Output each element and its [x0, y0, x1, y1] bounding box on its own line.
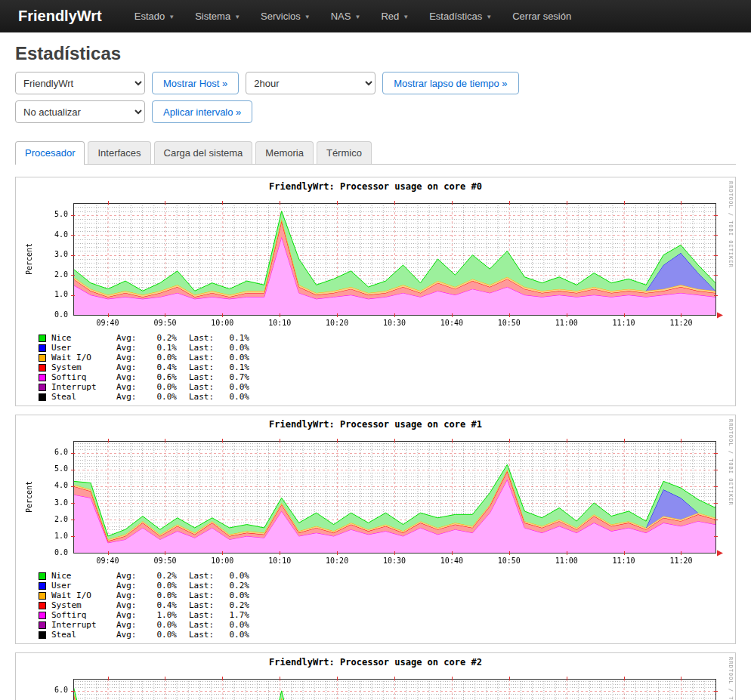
last-label: Last:: [189, 353, 219, 362]
last-label: Last:: [189, 343, 219, 353]
series-name: Nice: [51, 571, 116, 581]
rrdtool-watermark: RRDTOOL / TOBI OETIKER: [728, 657, 734, 700]
last-value: 1.7%: [219, 610, 249, 620]
avg-label: Avg:: [116, 372, 147, 382]
last-value: 0.2%: [219, 600, 249, 610]
avg-value: 1.0%: [147, 610, 177, 620]
chevron-down-icon: ▼: [403, 14, 409, 20]
timespan-select[interactable]: 2hour: [246, 72, 376, 94]
avg-value: 0.0%: [147, 392, 177, 402]
nav-item-sistema[interactable]: Sistema ▼: [195, 11, 240, 22]
rrdtool-watermark: RRDTOOL / TOBI OETIKER: [728, 181, 734, 268]
chevron-down-icon: ▼: [168, 14, 175, 20]
nav-item-nas[interactable]: NAS ▼: [331, 11, 361, 22]
series-name: Wait I/O: [51, 353, 116, 362]
last-value: 0.0%: [219, 382, 249, 392]
legend-row: Interrupt Avg: 0.0% Last: 0.0%: [39, 382, 735, 392]
series-name: Steal: [51, 630, 116, 640]
legend-row: Wait I/O Avg: 0.0% Last: 0.0%: [39, 591, 735, 600]
nav-item-estadísticas[interactable]: Estadísticas ▼: [429, 11, 492, 22]
avg-label: Avg:: [116, 600, 147, 610]
series-name: System: [51, 600, 116, 610]
last-value: 0.0%: [219, 620, 249, 630]
avg-value: 0.4%: [147, 600, 177, 610]
series-name: Steal: [51, 392, 116, 402]
legend-row: User Avg: 0.0% Last: 0.2%: [39, 581, 735, 591]
host-controls-row: FriendlyWrt Mostrar Host » 2hour Mostrar…: [15, 72, 736, 94]
last-label: Last:: [189, 392, 219, 402]
graph-legend: Nice Avg: 0.2% Last: 0.0% User Avg: 0.0%…: [39, 571, 735, 640]
avg-value: 0.4%: [147, 362, 177, 372]
avg-label: Avg:: [116, 392, 147, 402]
series-name: Interrupt: [51, 382, 116, 392]
host-select[interactable]: FriendlyWrt: [15, 72, 145, 94]
refresh-select[interactable]: No actualizar: [15, 100, 145, 123]
tab-carga-del-sistema[interactable]: Carga del sistema: [154, 141, 253, 164]
graph-title: FriendlyWrt: Processor usage on core #0: [16, 181, 735, 193]
series-color-swatch: [39, 631, 46, 639]
avg-value: 0.6%: [147, 372, 177, 382]
avg-label: Avg:: [116, 343, 147, 353]
nav-item-red[interactable]: Red ▼: [381, 11, 409, 22]
last-label: Last:: [189, 591, 219, 600]
graph-panel: FriendlyWrt: Processor usage on core #2 …: [15, 652, 736, 700]
avg-label: Avg:: [116, 333, 147, 343]
nav-item-cerrar-sesión[interactable]: Cerrar sesión: [512, 11, 571, 22]
avg-label: Avg:: [116, 610, 147, 620]
tab-térmico[interactable]: Térmico: [317, 141, 372, 164]
avg-value: 0.2%: [147, 571, 177, 581]
avg-value: 0.0%: [147, 620, 177, 630]
avg-label: Avg:: [116, 571, 147, 581]
series-name: User: [51, 343, 116, 353]
rrd-graph-image: [19, 670, 732, 700]
series-color-swatch: [39, 572, 46, 580]
series-color-swatch: [39, 592, 46, 600]
tab-memoria[interactable]: Memoria: [255, 141, 314, 164]
last-value: 0.7%: [219, 372, 249, 382]
chevron-down-icon: ▼: [354, 14, 360, 20]
chevron-down-icon: ▼: [486, 14, 492, 20]
stats-tabs: Procesador Interfaces Carga del sistema …: [15, 141, 736, 165]
avg-value: 0.0%: [147, 382, 177, 392]
charts-container: FriendlyWrt: Processor usage on core #0 …: [15, 177, 736, 700]
avg-value: 0.0%: [147, 581, 177, 591]
rrdtool-watermark: RRDTOOL / TOBI OETIKER: [728, 419, 734, 506]
tab-interfaces[interactable]: Interfaces: [88, 141, 150, 164]
series-color-swatch: [39, 602, 46, 609]
legend-row: User Avg: 0.1% Last: 0.0%: [39, 343, 735, 353]
show-timespan-button[interactable]: Mostrar lapso de tiempo »: [382, 72, 518, 94]
series-color-swatch: [39, 354, 46, 362]
series-color-swatch: [39, 393, 46, 401]
last-value: 0.0%: [219, 571, 249, 581]
avg-value: 0.0%: [147, 353, 177, 362]
series-color-swatch: [39, 374, 46, 381]
graph-legend: Nice Avg: 0.2% Last: 0.1% User Avg: 0.1%…: [39, 333, 735, 402]
apply-interval-button[interactable]: Aplicar intervalo »: [152, 100, 252, 123]
avg-label: Avg:: [116, 591, 147, 600]
legend-row: System Avg: 0.4% Last: 0.1%: [39, 362, 735, 372]
last-value: 0.0%: [219, 392, 249, 402]
last-value: 0.1%: [219, 362, 249, 372]
show-host-button[interactable]: Mostrar Host »: [152, 72, 239, 94]
legend-row: Interrupt Avg: 0.0% Last: 0.0%: [39, 620, 735, 630]
brand-logo[interactable]: FriendlyWrt: [18, 8, 102, 25]
series-color-swatch: [39, 612, 46, 619]
tab-procesador[interactable]: Procesador: [15, 141, 85, 165]
last-label: Last:: [189, 372, 219, 382]
series-name: System: [51, 362, 116, 372]
avg-label: Avg:: [116, 362, 147, 372]
nav-menu: Estado ▼ Sistema ▼ Servicios ▼ NAS ▼ Red…: [134, 11, 571, 22]
nav-item-servicios[interactable]: Servicios ▼: [261, 11, 311, 22]
top-navbar: FriendlyWrt Estado ▼ Sistema ▼ Servicios…: [0, 0, 751, 32]
last-label: Last:: [189, 610, 219, 620]
legend-row: System Avg: 0.4% Last: 0.2%: [39, 600, 735, 610]
main-content: Estadísticas FriendlyWrt Mostrar Host » …: [0, 43, 751, 700]
legend-row: Nice Avg: 0.2% Last: 0.1%: [39, 333, 735, 343]
last-value: 0.0%: [219, 343, 249, 353]
refresh-controls-row: No actualizar Aplicar intervalo »: [15, 100, 736, 123]
avg-label: Avg:: [116, 581, 147, 591]
nav-item-estado[interactable]: Estado ▼: [134, 11, 175, 22]
legend-row: Wait I/O Avg: 0.0% Last: 0.0%: [39, 353, 735, 362]
series-name: Softirq: [51, 610, 116, 620]
page-title: Estadísticas: [15, 43, 736, 64]
